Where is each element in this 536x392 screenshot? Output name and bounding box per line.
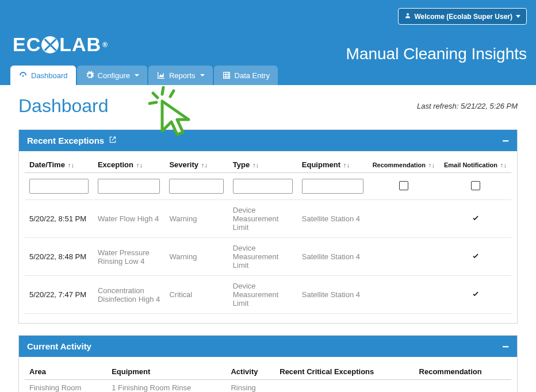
cell-type: Device Measurement Limit (228, 200, 297, 238)
popout-icon[interactable] (109, 136, 117, 145)
cell-severity: Warning (164, 238, 228, 276)
logo-text-2: LAB (59, 33, 101, 56)
panel-header: Recent Exceptions − (19, 130, 517, 151)
grid-icon (222, 71, 231, 80)
cell-email (439, 200, 511, 238)
tab-reports[interactable]: Reports (148, 66, 213, 85)
sort-icon: ↑↓ (427, 162, 435, 168)
filter-email-checkbox[interactable] (471, 181, 480, 190)
current-activity-table: Area Equipment Activity Recent Critical … (25, 363, 511, 392)
tab-configure-label: Configure (98, 71, 130, 80)
current-activity-panel: Current Activity − Area Equipment Activi… (18, 335, 518, 392)
user-menu-button[interactable]: Welcome (Ecolab Super User) (398, 8, 527, 25)
sort-icon: ↑↓ (66, 162, 74, 168)
collapse-button[interactable]: − (502, 137, 509, 145)
panel-header: Current Activity − (19, 336, 517, 357)
filter-exception-input[interactable] (98, 179, 160, 194)
recent-exceptions-panel: Recent Exceptions − Date/Time ↑↓ Excepti… (18, 129, 518, 324)
cell-email (439, 238, 511, 276)
chevron-down-icon (516, 15, 520, 18)
filter-recommendation-checkbox[interactable] (399, 181, 408, 190)
cell-recommendation (368, 276, 439, 314)
table-row: 5/20/22, 7:47 PM Concentration Disinfect… (25, 276, 511, 314)
tab-dashboard-label: Dashboard (31, 71, 68, 80)
logo: ECLAB® (13, 33, 108, 56)
col-equipment[interactable]: Equipment ↑↓ (297, 157, 368, 173)
col-datetime[interactable]: Date/Time ↑↓ (25, 157, 93, 173)
col-recommendation[interactable]: Recommendation ↑↓ (368, 157, 439, 173)
check-icon (472, 291, 480, 299)
chevron-down-icon (135, 74, 139, 76)
user-icon (404, 12, 411, 21)
cell-area: Finishing Room (25, 380, 107, 393)
tab-data-entry[interactable]: Data Entry (214, 66, 278, 85)
tab-configure[interactable]: Configure (77, 66, 147, 85)
cell-datetime: 5/20/22, 8:48 PM (25, 238, 93, 276)
tab-reports-label: Reports (169, 71, 196, 80)
recent-exceptions-title: Recent Exceptions (27, 136, 104, 145)
cell-equipment: Satellite Station 4 (297, 276, 368, 314)
col-recommendation[interactable]: Recommendation (415, 363, 511, 380)
col-recent-critical[interactable]: Recent Critical Exceptions (275, 363, 414, 380)
sort-icon: ↑↓ (200, 162, 208, 168)
sort-icon: ↑↓ (135, 162, 143, 168)
cell-exception: Water Pressure Rinsing Low 4 (93, 238, 165, 276)
cell-exception: Water Flow High 4 (93, 200, 165, 238)
sort-icon: ↑↓ (251, 162, 259, 168)
col-area[interactable]: Area (25, 363, 107, 380)
logo-text-1: EC (13, 33, 41, 56)
filter-datetime-input[interactable] (29, 179, 89, 194)
cell-recommendation (368, 200, 439, 238)
cell-exception: Concentration Disinfection High 4 (93, 276, 165, 314)
page-title: Dashboard (18, 95, 109, 117)
cell-recommendation (368, 238, 439, 276)
cell-type: Device Measurement Limit (228, 238, 297, 276)
cell-datetime: 5/20/22, 8:51 PM (25, 200, 93, 238)
user-welcome-label: Welcome (Ecolab Super User) (415, 13, 513, 21)
tab-dashboard[interactable]: Dashboard (10, 66, 76, 85)
current-activity-title: Current Activity (27, 341, 91, 351)
col-severity[interactable]: Severity ↑↓ (164, 157, 228, 173)
svg-point-1 (22, 75, 24, 77)
cell-equipment: Satellite Station 4 (297, 200, 368, 238)
sort-icon: ↑↓ (342, 162, 350, 168)
cell-severity: Critical (164, 276, 228, 314)
recent-exceptions-table: Date/Time ↑↓ Exception ↑↓ Severity ↑↓ Ty… (25, 157, 511, 314)
app-title: Manual Cleaning Insights (346, 45, 527, 63)
table-row: 5/20/22, 8:51 PM Water Flow High 4 Warni… (25, 200, 511, 238)
last-refresh-label: Last refresh: 5/21/22, 5:26 PM (417, 102, 518, 110)
filter-severity-input[interactable] (169, 179, 223, 194)
cell-equipment: Satellite Station 4 (297, 238, 368, 276)
col-exception[interactable]: Exception ↑↓ (93, 157, 165, 173)
gear-icon (85, 71, 94, 80)
chevron-down-icon (200, 74, 205, 76)
col-type[interactable]: Type ↑↓ (228, 157, 297, 173)
svg-point-0 (407, 13, 409, 16)
check-icon (472, 215, 480, 224)
sort-icon: ↑↓ (499, 162, 507, 168)
cell-severity: Warning (164, 200, 228, 238)
cell-activity: Rinsing (226, 380, 275, 393)
dashboard-icon (18, 71, 28, 80)
col-activity[interactable]: Activity (226, 363, 275, 380)
cell-equipment: 1 Finishing Room Rinse (107, 380, 226, 393)
table-row: Finishing Room 1 Finishing Room Rinse Ri… (25, 380, 511, 393)
tab-data-entry-label: Data Entry (235, 71, 270, 80)
chart-icon (156, 71, 166, 80)
filter-type-input[interactable] (233, 179, 293, 194)
logo-mark-icon (41, 36, 59, 53)
cell-type: Device Measurement Limit (228, 276, 297, 314)
cell-recent-critical (275, 380, 414, 393)
collapse-button[interactable]: − (502, 343, 509, 351)
check-icon (472, 253, 480, 262)
cell-email (439, 276, 511, 314)
col-email-notification[interactable]: Email Notification ↑↓ (439, 157, 511, 173)
nav-tabs: Dashboard Configure Reports Data Entry (10, 66, 278, 85)
cell-recommendation (415, 380, 511, 393)
cell-datetime: 5/20/22, 7:47 PM (25, 276, 93, 314)
filter-equipment-input[interactable] (302, 179, 363, 194)
table-row: 5/20/22, 8:48 PM Water Pressure Rinsing … (25, 238, 511, 276)
col-equipment[interactable]: Equipment (107, 363, 226, 380)
